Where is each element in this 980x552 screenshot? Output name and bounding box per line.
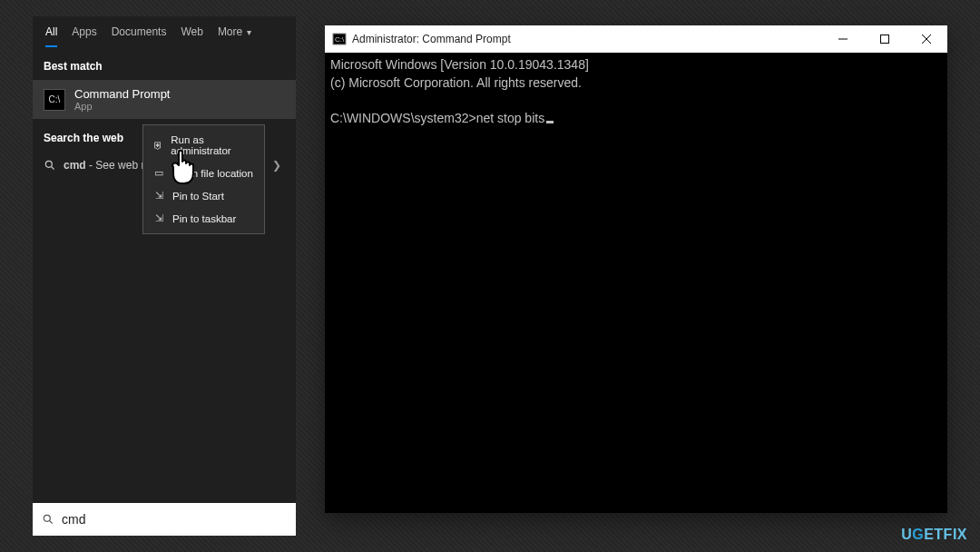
console-line: Microsoft Windows [Version 10.0.19043.13… — [330, 57, 589, 72]
ctx-open-file-location[interactable]: ▭ Open file location — [143, 162, 264, 184]
console-command: net stop bits — [476, 111, 545, 125]
context-menu: ⛨ Run as administrator ▭ Open file locat… — [142, 124, 265, 234]
chevron-right-icon: ❯ — [272, 159, 285, 172]
text-cursor — [546, 121, 554, 123]
command-prompt-window: C:\ Administrator: Command Prompt Micros… — [325, 25, 947, 513]
chevron-down-icon: ▾ — [244, 27, 251, 44]
folder-icon: ▭ — [152, 167, 165, 179]
close-button[interactable] — [906, 25, 947, 53]
tab-documents[interactable]: Documents — [112, 25, 167, 47]
maximize-icon — [880, 34, 889, 44]
svg-line-3 — [50, 521, 53, 524]
search-box[interactable] — [33, 503, 296, 536]
ctx-label: Open file location — [172, 168, 253, 179]
command-prompt-icon: C:\ — [44, 89, 65, 111]
ctx-label: Pin to taskbar — [172, 213, 236, 224]
tab-more[interactable]: More ▾ — [218, 25, 251, 47]
svg-rect-7 — [881, 35, 889, 44]
search-icon — [42, 513, 54, 526]
pin-icon: ⇲ — [152, 190, 165, 202]
result-text: Command Prompt App — [74, 87, 170, 112]
close-icon — [922, 34, 931, 44]
console-output[interactable]: Microsoft Windows [Version 10.0.19043.13… — [325, 53, 947, 513]
tab-apps[interactable]: Apps — [72, 25, 96, 47]
ctx-label: Run as administrator — [171, 134, 255, 156]
search-input[interactable] — [62, 512, 287, 527]
ctx-pin-to-taskbar[interactable]: ⇲ Pin to taskbar — [143, 207, 264, 230]
search-tabs: All Apps Documents Web More ▾ — [33, 16, 296, 47]
titlebar[interactable]: C:\ Administrator: Command Prompt — [325, 25, 947, 53]
tab-web[interactable]: Web — [181, 25, 202, 47]
cmd-titlebar-icon: C:\ — [332, 32, 347, 46]
best-match-label: Best match — [33, 47, 296, 80]
result-command-prompt[interactable]: C:\ Command Prompt App — [33, 80, 296, 119]
console-line: (c) Microsoft Corporation. All rights re… — [330, 75, 582, 90]
ctx-run-as-admin[interactable]: ⛨ Run as administrator — [143, 129, 264, 162]
start-search-pane: All Apps Documents Web More ▾ Best match… — [33, 16, 296, 536]
window-title: Administrator: Command Prompt — [352, 33, 822, 45]
shield-icon: ⛨ — [152, 140, 163, 151]
search-icon — [44, 159, 56, 172]
maximize-button[interactable] — [864, 25, 906, 53]
svg-line-1 — [52, 167, 54, 170]
result-subtitle: App — [74, 101, 170, 112]
minimize-button[interactable] — [822, 25, 864, 53]
svg-text:C:\: C:\ — [335, 35, 345, 44]
svg-point-0 — [45, 161, 52, 167]
result-title: Command Prompt — [74, 87, 170, 101]
ctx-pin-to-start[interactable]: ⇲ Pin to Start — [143, 184, 264, 207]
svg-point-2 — [44, 515, 50, 521]
ctx-label: Pin to Start — [172, 191, 224, 202]
console-prompt: C:\WINDOWS\system32> — [330, 111, 476, 125]
pin-icon: ⇲ — [152, 212, 165, 224]
watermark: UGETFIX — [901, 527, 967, 543]
tab-all[interactable]: All — [45, 25, 57, 47]
minimize-icon — [838, 34, 848, 44]
